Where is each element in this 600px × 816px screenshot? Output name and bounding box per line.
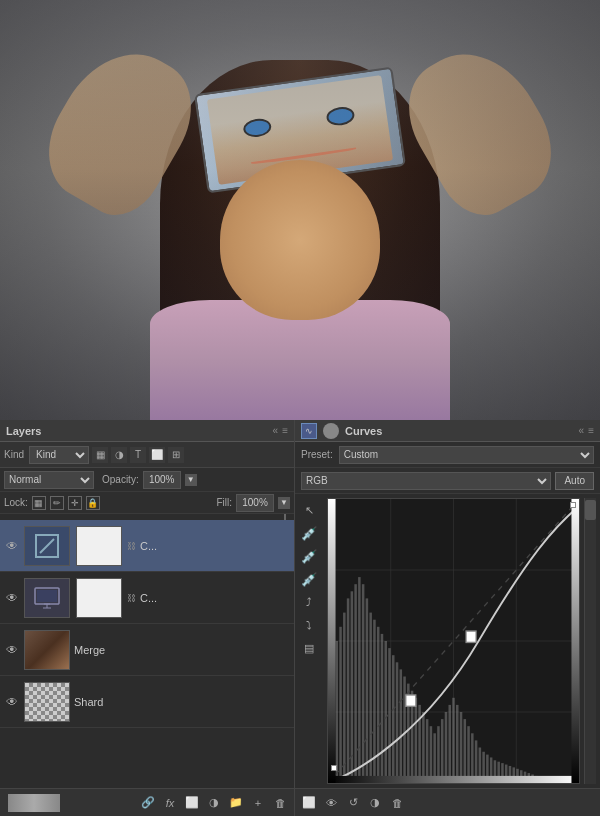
svg-rect-26 xyxy=(377,627,380,783)
kind-select[interactable]: Kind xyxy=(29,446,89,464)
svg-rect-15 xyxy=(336,641,339,783)
layers-panel: Layers « ≡ Kind Kind ▦ ◑ T ⬜ ⊞ Normal Op… xyxy=(0,420,295,816)
layer-thumb-2 xyxy=(24,578,70,618)
filter-smart-icon[interactable]: ⊞ xyxy=(168,447,184,463)
lock-all-icon[interactable]: 🔒 xyxy=(86,496,100,510)
svg-rect-46 xyxy=(452,698,455,783)
curves-pointer-tool[interactable]: ↖ xyxy=(299,500,319,520)
properties-collapse-btn[interactable]: « xyxy=(579,425,585,436)
properties-panel-controls: « ≡ xyxy=(579,425,594,436)
svg-rect-24 xyxy=(369,613,372,783)
add-adjustment-icon[interactable]: ◑ xyxy=(204,793,224,813)
props-visibility-icon[interactable]: ◑ xyxy=(365,793,385,813)
visibility-icon-3[interactable]: 👁 xyxy=(4,642,20,658)
svg-rect-18 xyxy=(347,598,350,783)
blend-mode-select[interactable]: Normal xyxy=(4,471,94,489)
channel-select[interactable]: RGB Red Green Blue xyxy=(301,472,551,490)
add-group-icon[interactable]: 📁 xyxy=(226,793,246,813)
opacity-arrow[interactable]: ▼ xyxy=(185,474,197,486)
svg-rect-33 xyxy=(403,677,406,784)
preset-row: Preset: Custom xyxy=(295,442,600,468)
delete-layer-icon[interactable]: 🗑 xyxy=(270,793,290,813)
channel-row: RGB Red Green Blue Auto xyxy=(295,468,600,494)
svg-rect-45 xyxy=(448,705,451,783)
filter-shape-icon[interactable]: ⬜ xyxy=(149,447,165,463)
fill-input[interactable] xyxy=(236,494,274,512)
fill-arrow[interactable]: ▼ xyxy=(278,497,290,509)
visibility-icon-4[interactable]: 👁 xyxy=(4,694,20,710)
kind-label: Kind xyxy=(4,449,24,460)
props-delete-icon[interactable]: 🗑 xyxy=(387,793,407,813)
props-reset-icon[interactable]: ↺ xyxy=(343,793,363,813)
fx-icon[interactable]: fx xyxy=(160,793,180,813)
curves-graph[interactable] xyxy=(327,498,580,784)
layers-collapse-btn[interactable]: « xyxy=(273,425,279,436)
curves-clamp[interactable]: ▤ xyxy=(299,638,319,658)
svg-rect-74 xyxy=(328,776,579,783)
layer-thumb-4 xyxy=(24,682,70,722)
layer-item-merge[interactable]: 👁 Merge xyxy=(0,624,294,676)
svg-rect-76 xyxy=(571,499,579,783)
svg-rect-22 xyxy=(362,584,365,783)
svg-rect-72 xyxy=(466,631,476,642)
layer-mask-2 xyxy=(76,578,122,618)
properties-panel-title: Curves xyxy=(345,425,382,437)
curves-eyedropper-black[interactable]: 💉 xyxy=(299,523,319,543)
lock-label: Lock: xyxy=(4,497,28,508)
svg-rect-44 xyxy=(445,712,448,783)
curves-icon-header: ∿ xyxy=(301,423,317,439)
svg-rect-30 xyxy=(392,655,395,783)
layer-item-adjustment[interactable]: 👁 ⛓ C... xyxy=(0,520,294,572)
lock-move-icon[interactable]: ✛ xyxy=(68,496,82,510)
svg-rect-3 xyxy=(37,590,57,602)
svg-rect-27 xyxy=(381,634,384,783)
layers-panel-title: Layers xyxy=(6,425,41,437)
layers-list: 👁 ⛓ C... xyxy=(0,520,294,788)
svg-rect-23 xyxy=(366,598,369,783)
curve-bottom-left-point xyxy=(331,765,337,771)
auto-button[interactable]: Auto xyxy=(555,472,594,490)
properties-menu-btn[interactable]: ≡ xyxy=(588,425,594,436)
layer-thumb-preview xyxy=(8,794,60,812)
filter-type-icon[interactable]: T xyxy=(130,447,146,463)
svg-rect-48 xyxy=(460,712,463,783)
layer-thumb-3 xyxy=(24,630,70,670)
curves-eyedropper-white[interactable]: 💉 xyxy=(299,569,319,589)
opacity-label: Opacity: xyxy=(102,474,139,485)
props-eye-icon[interactable]: 👁 xyxy=(321,793,341,813)
layer-name-1: C... xyxy=(140,540,290,552)
svg-rect-51 xyxy=(471,733,474,783)
preset-select[interactable]: Custom xyxy=(339,446,594,464)
layer-item-monitor[interactable]: 👁 ⛓ xyxy=(0,572,294,624)
add-layer-icon[interactable]: + xyxy=(248,793,268,813)
curve-top-right-point xyxy=(570,502,576,508)
blend-mode-row: Normal Opacity: ▼ xyxy=(0,468,294,492)
svg-rect-50 xyxy=(467,726,470,783)
svg-rect-38 xyxy=(422,712,425,783)
visibility-icon-2[interactable]: 👁 xyxy=(4,590,20,606)
svg-rect-39 xyxy=(426,719,429,783)
props-circle-icon xyxy=(323,423,339,439)
lock-pixels-icon[interactable]: ▦ xyxy=(32,496,46,510)
curves-eyedropper-gray[interactable]: 💉 xyxy=(299,546,319,566)
opacity-input[interactable] xyxy=(143,471,181,489)
svg-rect-43 xyxy=(441,719,444,783)
svg-rect-20 xyxy=(354,584,357,783)
curves-right-scrollbar[interactable] xyxy=(584,498,596,784)
layers-menu-btn[interactable]: ≡ xyxy=(282,425,288,436)
layer-mask-chain-2: ⛓ xyxy=(126,578,136,618)
visibility-icon-1[interactable]: 👁 xyxy=(4,538,20,554)
filter-adj-icon[interactable]: ◑ xyxy=(111,447,127,463)
svg-rect-41 xyxy=(433,733,436,783)
link-layers-icon[interactable]: 🔗 xyxy=(138,793,158,813)
svg-rect-75 xyxy=(328,499,336,783)
curves-delete-point[interactable]: ⤵ xyxy=(299,615,319,635)
clip-to-layer-icon[interactable]: ⬜ xyxy=(299,793,319,813)
add-mask-icon[interactable]: ⬜ xyxy=(182,793,202,813)
layer-item-shard[interactable]: 👁 Shard xyxy=(0,676,294,728)
layers-panel-header: Layers « ≡ xyxy=(0,420,294,442)
svg-rect-32 xyxy=(400,669,403,783)
curves-add-point[interactable]: ⤴ xyxy=(299,592,319,612)
lock-brush-icon[interactable]: ✏ xyxy=(50,496,64,510)
filter-pixel-icon[interactable]: ▦ xyxy=(92,447,108,463)
